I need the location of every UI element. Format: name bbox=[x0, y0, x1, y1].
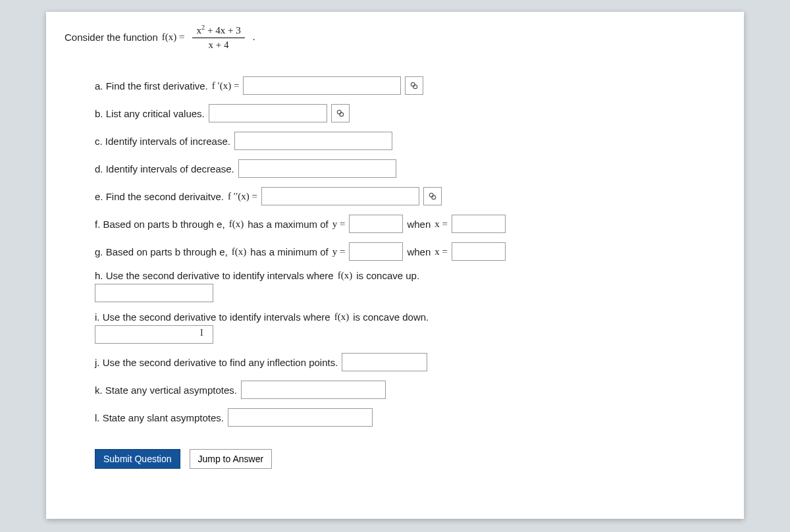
part-h-before: h. Use the second derivative to identify… bbox=[95, 270, 334, 281]
svg-point-4 bbox=[429, 193, 433, 197]
submit-button[interactable]: Submit Question bbox=[95, 449, 180, 469]
part-l-text: l. State any slant asymptotes. bbox=[95, 412, 224, 423]
part-h: h. Use the second derivative to identify… bbox=[95, 270, 725, 281]
intro-period: . bbox=[253, 32, 255, 43]
intro-prefix: Consider the function bbox=[65, 32, 158, 43]
part-e-text: e. Find the second derivaitve. bbox=[95, 191, 224, 202]
part-g-x-input[interactable] bbox=[452, 242, 506, 261]
part-f-mid: has a maximum of bbox=[248, 219, 329, 230]
part-e-eq: f ′′(x) = bbox=[228, 191, 257, 202]
svg-point-1 bbox=[413, 85, 417, 89]
part-k-input[interactable] bbox=[241, 381, 386, 399]
part-i-input-row: I bbox=[95, 325, 725, 344]
question-sheet: Consider the function f(x) = x2 + 4x + 3… bbox=[46, 12, 744, 519]
part-g-xeq: x = bbox=[434, 246, 448, 257]
preview-icon[interactable] bbox=[405, 76, 423, 95]
part-a-eq: f ′(x) = bbox=[212, 80, 240, 92]
part-f-before: f. Based on parts b through e, bbox=[95, 219, 225, 230]
part-g: g. Based on parts b through e, f(x) has … bbox=[95, 242, 725, 261]
preview-icon[interactable] bbox=[331, 104, 350, 122]
part-d-text: d. Identify intervals of decrease. bbox=[95, 163, 234, 174]
part-k: k. State any vertical asymptotes. bbox=[95, 381, 725, 399]
part-c: c. Identify intervals of increase. bbox=[95, 132, 725, 150]
part-j-input[interactable] bbox=[342, 353, 427, 371]
part-f-when: when bbox=[407, 219, 431, 230]
part-e: e. Find the second derivaitve. f ′′(x) = bbox=[95, 187, 725, 205]
part-b: b. List any critical values. bbox=[95, 104, 725, 122]
part-g-y-input[interactable] bbox=[349, 242, 403, 261]
part-i-after: is concave down. bbox=[353, 311, 429, 323]
part-f-xeq: x = bbox=[434, 219, 448, 230]
part-f-fx: f(x) bbox=[229, 219, 244, 230]
part-d-input[interactable] bbox=[238, 159, 396, 178]
part-j-text: j. Use the second derivative to find any… bbox=[95, 357, 338, 368]
part-g-mid: has a minimum of bbox=[250, 246, 328, 257]
svg-point-0 bbox=[411, 82, 415, 86]
svg-point-5 bbox=[432, 196, 436, 200]
part-a-input[interactable] bbox=[243, 76, 401, 95]
part-e-input[interactable] bbox=[261, 187, 419, 205]
svg-point-2 bbox=[337, 110, 341, 114]
part-c-text: c. Identify intervals of increase. bbox=[95, 136, 230, 147]
part-i-input[interactable] bbox=[95, 325, 213, 344]
intro-fx-label: f(x) = bbox=[162, 32, 185, 43]
jump-to-answer-button[interactable]: Jump to Answer bbox=[190, 449, 273, 469]
part-h-after: is concave up. bbox=[356, 270, 419, 281]
fraction-numerator: x2 + 4x + 3 bbox=[192, 24, 244, 38]
part-k-text: k. State any vertical asymptotes. bbox=[95, 385, 237, 396]
action-row: Submit Question Jump to Answer bbox=[95, 449, 725, 469]
preview-icon[interactable] bbox=[423, 187, 442, 205]
part-l-input[interactable] bbox=[228, 408, 373, 427]
part-l: l. State any slant asymptotes. bbox=[95, 408, 725, 427]
part-j: j. Use the second derivative to find any… bbox=[95, 353, 725, 371]
part-f: f. Based on parts b through e, f(x) has … bbox=[95, 215, 725, 233]
part-a: a. Find the first derivative. f ′(x) = bbox=[95, 76, 725, 95]
part-d: d. Identify intervals of decrease. bbox=[95, 159, 725, 178]
part-h-fx: f(x) bbox=[338, 270, 353, 281]
part-i-before: i. Use the second derivative to identify… bbox=[95, 311, 330, 323]
part-c-input[interactable] bbox=[234, 132, 392, 150]
part-f-yeq: y = bbox=[332, 219, 346, 230]
part-f-x-input[interactable] bbox=[452, 215, 506, 233]
parts-container: a. Find the first derivative. f ′(x) = b… bbox=[65, 76, 725, 469]
part-a-text: a. Find the first derivative. bbox=[95, 80, 208, 92]
part-g-yeq: y = bbox=[332, 246, 346, 257]
fraction-denominator: x + 4 bbox=[192, 38, 244, 51]
part-i-fx: f(x) bbox=[334, 311, 350, 323]
part-b-text: b. List any critical values. bbox=[95, 108, 205, 119]
part-h-input-row bbox=[95, 284, 725, 302]
question-intro: Consider the function f(x) = x2 + 4x + 3… bbox=[65, 24, 725, 50]
part-g-before: g. Based on parts b through e, bbox=[95, 246, 228, 257]
part-i: i. Use the second derivative to identify… bbox=[95, 311, 725, 323]
svg-point-3 bbox=[340, 113, 344, 117]
part-f-y-input[interactable] bbox=[349, 215, 403, 233]
intro-fraction: x2 + 4x + 3 x + 4 bbox=[192, 24, 244, 50]
part-g-fx: f(x) bbox=[232, 246, 247, 257]
part-h-input[interactable] bbox=[95, 284, 213, 302]
part-g-when: when bbox=[407, 246, 431, 257]
part-b-input[interactable] bbox=[209, 104, 327, 122]
